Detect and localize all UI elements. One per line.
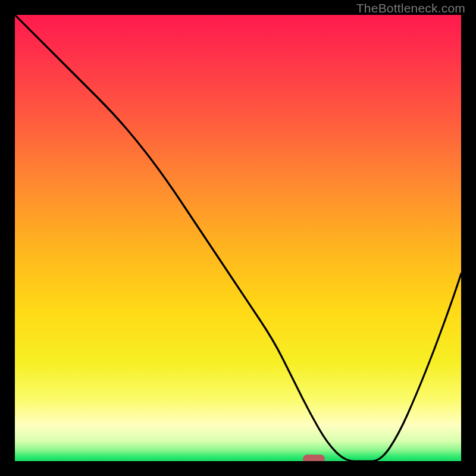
optimal-marker (303, 455, 325, 462)
bottleneck-curve (15, 15, 461, 461)
watermark-text: TheBottleneck.com (356, 1, 465, 15)
plot-area (15, 15, 461, 461)
chart-frame: TheBottleneck.com (0, 0, 476, 476)
